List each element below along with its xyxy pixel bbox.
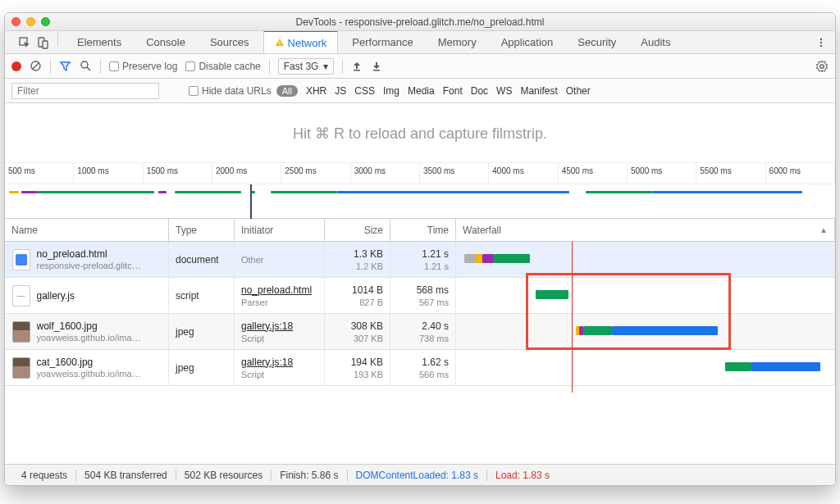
tab-application[interactable]: Application	[491, 31, 564, 53]
status-dcl: DOMContentLoaded: 1.83 s	[348, 470, 487, 481]
disable-cache-label: Disable cache	[199, 61, 260, 72]
minimize-button[interactable]	[26, 17, 35, 26]
tab-network[interactable]: Network	[263, 30, 339, 53]
request-size: 1014 B	[352, 284, 383, 296]
tab-security[interactable]: Security	[567, 31, 627, 53]
table-row[interactable]: wolf_1600.jpgyoavweiss.github.io/ima… jp…	[5, 314, 835, 350]
table-row[interactable]: no_preload.htmlresponsive-preload.glitc……	[5, 242, 835, 278]
col-name[interactable]: Name	[5, 219, 169, 241]
request-size-sub: 1.2 KB	[356, 261, 383, 271]
throttling-select[interactable]: Fast 3G▾	[278, 58, 335, 75]
request-name: wolf_1600.jpg	[37, 320, 162, 332]
request-size-sub: 827 B	[359, 297, 383, 307]
svg-point-6	[820, 41, 822, 43]
filter-css[interactable]: CSS	[354, 85, 375, 97]
clear-icon[interactable]	[30, 60, 42, 72]
table-row[interactable]: gallery.js script no_preload.htmlParser …	[5, 278, 835, 314]
col-time[interactable]: Time	[390, 219, 456, 241]
filter-media[interactable]: Media	[408, 85, 435, 97]
request-domain: responsive-preload.glitc…	[37, 261, 162, 270]
request-type: script	[169, 278, 235, 313]
download-icon[interactable]	[371, 61, 382, 72]
tab-elements[interactable]: Elements	[66, 31, 132, 53]
upload-icon[interactable]	[351, 61, 363, 72]
waterfall-bar	[463, 318, 828, 345]
tab-memory[interactable]: Memory	[427, 31, 487, 53]
waterfall-bar	[463, 354, 828, 381]
filter-js[interactable]: JS	[335, 85, 346, 97]
request-initiator-sub: Parser	[241, 297, 267, 307]
tab-console[interactable]: Console	[135, 31, 196, 53]
status-transferred: 504 KB transferred	[76, 470, 176, 481]
record-button[interactable]	[11, 61, 21, 71]
filter-font[interactable]: Font	[443, 85, 463, 97]
svg-rect-4	[279, 44, 280, 45]
disable-cache-checkbox[interactable]: Disable cache	[185, 61, 260, 72]
network-toolbar: Preserve log Disable cache Fast 3G▾	[5, 54, 835, 79]
request-domain: yoavweiss.github.io/ima…	[37, 333, 162, 343]
request-size-sub: 193 KB	[354, 370, 383, 379]
filter-manifest[interactable]: Manifest	[520, 85, 557, 97]
svg-point-7	[820, 44, 822, 46]
filter-doc[interactable]: Doc	[471, 85, 488, 97]
request-table: no_preload.htmlresponsive-preload.glitc……	[5, 242, 835, 464]
col-type[interactable]: Type	[169, 219, 235, 241]
svg-rect-2	[43, 41, 48, 48]
filter-xhr[interactable]: XHR	[306, 85, 326, 97]
request-type: document	[169, 242, 235, 277]
svg-rect-12	[354, 70, 360, 71]
search-icon[interactable]	[80, 60, 92, 72]
svg-point-14	[820, 64, 824, 67]
more-icon[interactable]	[815, 37, 827, 48]
request-initiator-sub: Script	[241, 370, 264, 379]
filter-all[interactable]: All	[276, 85, 298, 97]
col-waterfall[interactable]: Waterfall▲	[456, 219, 835, 241]
request-time-sub: 567 ms	[419, 297, 449, 307]
request-initiator[interactable]: gallery.js:18	[241, 356, 293, 368]
svg-point-5	[820, 38, 822, 39]
tab-audits[interactable]: Audits	[630, 31, 681, 53]
request-type: jpeg	[169, 314, 235, 349]
request-initiator: Other	[241, 255, 264, 265]
table-row[interactable]: cat_1600.jpgyoavweiss.github.io/ima… jpe…	[5, 350, 835, 386]
filter-input[interactable]	[11, 83, 159, 99]
tab-sources[interactable]: Sources	[199, 31, 260, 53]
request-initiator[interactable]: gallery.js:18	[241, 320, 293, 332]
settings-icon[interactable]	[815, 60, 829, 73]
filter-icon[interactable]	[59, 60, 71, 72]
waterfall-bar	[463, 246, 828, 273]
tab-performance[interactable]: Performance	[341, 31, 423, 53]
request-time: 2.40 s	[422, 320, 449, 332]
col-initiator[interactable]: Initiator	[235, 219, 325, 241]
filmstrip-banner: Hit ⌘ R to reload and capture filmstrip.	[5, 103, 835, 163]
close-button[interactable]	[11, 17, 21, 26]
file-icon	[12, 249, 30, 270]
preserve-log-label: Preserve log	[122, 61, 177, 72]
filter-types: All XHR JS CSS Img Media Font Doc WS Man…	[276, 85, 591, 97]
request-initiator[interactable]: no_preload.html	[241, 284, 312, 296]
request-time-sub: 1.21 s	[424, 261, 449, 271]
hide-data-urls-checkbox[interactable]: Hide data URLs	[189, 85, 272, 97]
svg-line-11	[87, 67, 90, 70]
overview-timeline[interactable]: 500 ms1000 ms1500 ms2000 ms2500 ms3000 m…	[5, 163, 835, 219]
svg-line-9	[33, 63, 39, 70]
col-size[interactable]: Size	[325, 219, 390, 241]
filter-ws[interactable]: WS	[496, 85, 512, 97]
devtools-window: DevTools - responsive-preload.glitch.me/…	[4, 12, 836, 486]
filter-other[interactable]: Other	[566, 85, 591, 97]
maximize-button[interactable]	[41, 17, 50, 26]
request-type: jpeg	[169, 350, 235, 385]
request-initiator-sub: Script	[241, 334, 264, 343]
preserve-log-checkbox[interactable]: Preserve log	[109, 61, 177, 72]
svg-rect-3	[279, 41, 280, 43]
filter-img[interactable]: Img	[383, 85, 399, 97]
request-size: 194 KB	[351, 356, 383, 368]
inspect-icon[interactable]	[18, 36, 31, 49]
traffic-lights	[11, 17, 50, 26]
panel-tabs: Elements Console Sources Network Perform…	[66, 31, 681, 53]
device-toggle-icon[interactable]	[36, 36, 49, 49]
request-size: 308 KB	[351, 320, 383, 332]
status-requests: 4 requests	[13, 470, 76, 481]
waterfall-bar	[463, 282, 828, 309]
file-icon	[12, 357, 30, 379]
